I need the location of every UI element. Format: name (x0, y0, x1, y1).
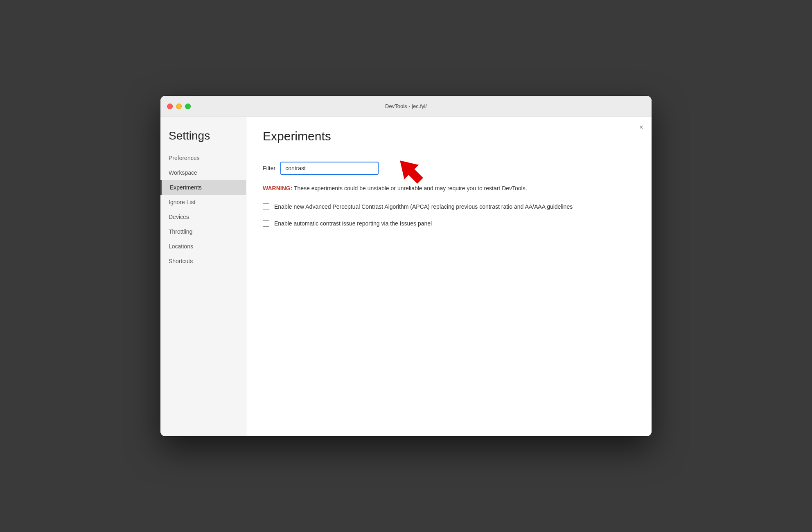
auto-contrast-label: Enable automatic contrast issue reportin… (274, 219, 432, 228)
sidebar-title: Settings (160, 125, 246, 151)
minimize-window-button[interactable] (176, 104, 182, 109)
sidebar-item-shortcuts[interactable]: Shortcuts (160, 254, 246, 268)
warning-label: WARNING: (263, 185, 292, 192)
sidebar: Settings Preferences Workspace Experimen… (160, 117, 246, 436)
title-bar: DevTools - jec.fyi/ (160, 96, 652, 117)
apca-checkbox[interactable] (263, 203, 269, 210)
page-title: Experiments (263, 129, 635, 143)
close-panel-button[interactable]: × (639, 124, 643, 131)
maximize-window-button[interactable] (185, 104, 191, 109)
sidebar-item-preferences[interactable]: Preferences (160, 151, 246, 165)
sidebar-item-workspace[interactable]: Workspace (160, 165, 246, 180)
warning-text: WARNING: These experiments could be unst… (263, 184, 635, 193)
sidebar-item-devices[interactable]: Devices (160, 210, 246, 224)
auto-contrast-checkbox[interactable] (263, 220, 269, 227)
close-window-button[interactable] (167, 104, 173, 109)
title-divider (263, 150, 635, 150)
window-title: DevTools - jec.fyi/ (385, 103, 427, 109)
checkbox-item-auto-contrast: Enable automatic contrast issue reportin… (263, 219, 635, 228)
main-content: × Experiments Filter WARNING: Thes (246, 117, 652, 436)
apca-label: Enable new Advanced Perceptual Contrast … (274, 203, 573, 211)
svg-marker-0 (394, 154, 426, 187)
arrow-annotation (394, 154, 426, 189)
content-area: Settings Preferences Workspace Experimen… (160, 117, 652, 436)
sidebar-item-ignore-list[interactable]: Ignore List (160, 195, 246, 210)
traffic-lights (167, 104, 191, 109)
filter-row: Filter (263, 162, 635, 175)
filter-label: Filter (263, 165, 275, 171)
filter-input[interactable] (280, 162, 379, 175)
sidebar-item-locations[interactable]: Locations (160, 239, 246, 254)
devtools-window: DevTools - jec.fyi/ Settings Preferences… (160, 96, 652, 436)
checkbox-item-apca: Enable new Advanced Perceptual Contrast … (263, 203, 635, 211)
sidebar-item-experiments[interactable]: Experiments (160, 180, 246, 195)
sidebar-item-throttling[interactable]: Throttling (160, 224, 246, 239)
